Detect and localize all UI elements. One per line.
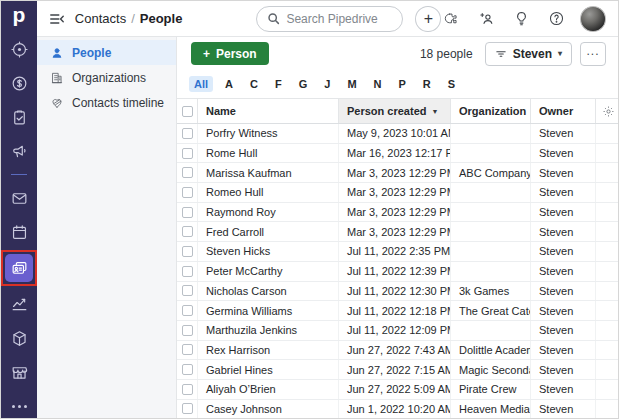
row-checkbox[interactable] — [182, 207, 193, 218]
row-checkbox-cell[interactable] — [177, 124, 197, 143]
row-checkbox[interactable] — [182, 167, 193, 178]
nav-mail[interactable] — [6, 186, 32, 210]
row-checkbox-cell[interactable] — [177, 163, 197, 182]
row-checkbox-cell[interactable] — [177, 222, 197, 241]
row-checkbox-cell[interactable] — [177, 360, 197, 379]
person-name-cell[interactable]: Gabriel Hines — [197, 360, 338, 379]
row-checkbox-cell[interactable] — [177, 203, 197, 222]
nav-insights[interactable] — [6, 292, 32, 316]
table-row[interactable]: Nicholas CarsonJul 11, 2022 12:30 PM3k G… — [177, 282, 618, 302]
table-row[interactable]: Raymond RoyMar 3, 2023 12:29 PMSteven — [177, 203, 618, 223]
row-checkbox[interactable] — [182, 285, 193, 296]
collapse-sidebar-button[interactable] — [47, 9, 67, 29]
table-row[interactable]: Casey JohnsonJun 1, 2022 10:20 AMHeaven … — [177, 400, 618, 418]
row-checkbox-cell[interactable] — [177, 183, 197, 202]
organization-cell[interactable] — [450, 124, 530, 143]
subnav-item-organizations[interactable]: Organizations — [37, 65, 176, 90]
nav-contacts[interactable] — [5, 254, 33, 282]
table-row[interactable]: Steven HicksJul 11, 2022 2:35 PMSteven — [177, 242, 618, 262]
row-checkbox-cell[interactable] — [177, 262, 197, 281]
column-header-owner[interactable]: Owner — [530, 99, 595, 123]
organization-cell[interactable] — [450, 144, 530, 163]
person-name-cell[interactable]: Casey Johnson — [197, 400, 338, 418]
lightbulb-icon[interactable] — [511, 9, 531, 29]
table-row[interactable]: Rex HarrisonJun 27, 2022 7:43 AMDolittle… — [177, 341, 618, 361]
select-all-checkbox[interactable] — [182, 106, 193, 117]
nav-activities[interactable] — [6, 220, 32, 244]
row-checkbox-cell[interactable] — [177, 144, 197, 163]
pipedrive-logo[interactable]: p — [1, 1, 37, 28]
organization-cell[interactable]: The Great Cater — [450, 301, 530, 320]
organization-cell[interactable]: Pirate Crew — [450, 380, 530, 399]
puzzle-icon[interactable] — [441, 9, 461, 29]
table-row[interactable]: Germina WilliamsJul 11, 2022 12:18 PMThe… — [177, 301, 618, 321]
row-checkbox-cell[interactable] — [177, 380, 197, 399]
table-row[interactable]: Porfry WitnessMay 9, 2023 10:01 AMSteven — [177, 124, 618, 144]
subnav-item-people[interactable]: People — [37, 40, 176, 65]
table-row[interactable]: Romeo HullMar 3, 2023 12:29 PMSteven — [177, 183, 618, 203]
organization-cell[interactable] — [450, 321, 530, 340]
column-header-person-created[interactable]: Person created ▼ — [338, 99, 450, 123]
row-checkbox[interactable] — [182, 266, 193, 277]
table-row[interactable]: Rome HullMar 16, 2023 12:17 PMSteven — [177, 144, 618, 164]
organization-cell[interactable] — [450, 262, 530, 281]
breadcrumb-section[interactable]: Contacts — [75, 11, 126, 26]
person-name-cell[interactable]: Fred Carroll — [197, 222, 338, 241]
nav-products[interactable] — [6, 326, 32, 350]
person-name-cell[interactable]: Porfry Witness — [197, 124, 338, 143]
alphabet-letter-a[interactable]: A — [220, 76, 238, 92]
global-search[interactable] — [256, 6, 403, 32]
person-name-cell[interactable]: Raymond Roy — [197, 203, 338, 222]
row-checkbox[interactable] — [182, 148, 193, 159]
organization-cell[interactable]: Heaven Media — [450, 400, 530, 418]
alphabet-letter-s[interactable]: S — [443, 76, 460, 92]
organization-cell[interactable]: 3k Games — [450, 282, 530, 301]
nav-more[interactable] — [6, 394, 32, 418]
search-input[interactable] — [286, 12, 386, 26]
alphabet-letter-n[interactable]: N — [369, 76, 387, 92]
organization-cell[interactable]: Magic Seconda… — [450, 360, 530, 379]
row-checkbox-cell[interactable] — [177, 242, 197, 261]
invite-users-icon[interactable] — [476, 9, 496, 29]
table-row[interactable]: Peter McCarthyJul 11, 2022 12:39 PMSteve… — [177, 262, 618, 282]
row-checkbox-cell[interactable] — [177, 400, 197, 418]
alphabet-letter-r[interactable]: R — [418, 76, 436, 92]
organization-cell[interactable] — [450, 183, 530, 202]
alphabet-letter-c[interactable]: C — [245, 76, 263, 92]
nav-leads[interactable] — [6, 37, 32, 61]
person-name-cell[interactable]: Rome Hull — [197, 144, 338, 163]
table-row[interactable]: Marissa KaufmanMar 3, 2023 12:29 PMABC C… — [177, 163, 618, 183]
user-avatar[interactable] — [580, 6, 606, 32]
select-all-cell[interactable] — [177, 99, 197, 123]
organization-cell[interactable] — [450, 242, 530, 261]
column-settings-button[interactable] — [595, 99, 618, 123]
row-checkbox[interactable] — [182, 364, 193, 375]
quick-add-button[interactable]: + — [415, 6, 441, 32]
person-name-cell[interactable]: Rex Harrison — [197, 341, 338, 360]
organization-cell[interactable] — [450, 203, 530, 222]
column-header-organization[interactable]: Organization — [450, 99, 530, 123]
table-row[interactable]: Marthuzila JenkinsJul 11, 2022 12:09 PMS… — [177, 321, 618, 341]
row-checkbox[interactable] — [182, 344, 193, 355]
table-row[interactable]: Fred CarrollMar 3, 2023 12:29 PMSteven — [177, 222, 618, 242]
more-options-button[interactable]: ... — [580, 42, 606, 66]
row-checkbox[interactable] — [182, 403, 193, 414]
row-checkbox[interactable] — [182, 226, 193, 237]
alphabet-letter-j[interactable]: J — [319, 76, 335, 92]
subnav-item-contacts-timeline[interactable]: Contacts timeline — [37, 90, 176, 115]
row-checkbox-cell[interactable] — [177, 341, 197, 360]
person-name-cell[interactable]: Peter McCarthy — [197, 262, 338, 281]
alphabet-letter-g[interactable]: G — [294, 76, 313, 92]
column-header-name[interactable]: Name — [197, 99, 338, 123]
row-checkbox[interactable] — [182, 187, 193, 198]
person-name-cell[interactable]: Romeo Hull — [197, 183, 338, 202]
row-checkbox-cell[interactable] — [177, 301, 197, 320]
person-name-cell[interactable]: Nicholas Carson — [197, 282, 338, 301]
add-person-button[interactable]: + Person — [191, 42, 269, 65]
organization-cell[interactable]: Dolittle Academy — [450, 341, 530, 360]
row-checkbox[interactable] — [182, 325, 193, 336]
organization-cell[interactable]: ABC Company — [450, 163, 530, 182]
organization-cell[interactable] — [450, 222, 530, 241]
person-name-cell[interactable]: Marissa Kaufman — [197, 163, 338, 182]
row-checkbox[interactable] — [182, 128, 193, 139]
